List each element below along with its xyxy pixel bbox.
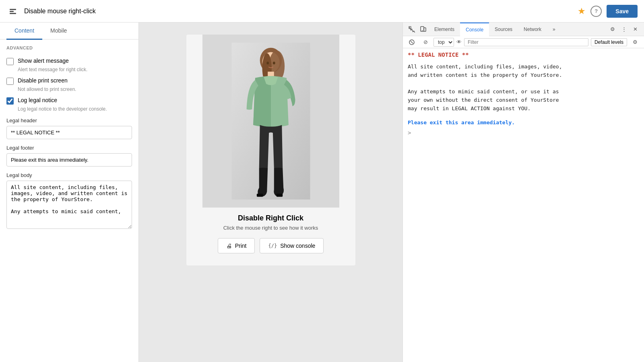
body-line2: and written content is the property of Y… — [408, 72, 562, 78]
tab-elements[interactable]: Elements — [429, 23, 460, 36]
svg-rect-1 — [10, 11, 14, 12]
preview-card: Disable Right Click Click the mouse righ… — [186, 35, 355, 265]
page-title: Disable mouse right-click — [24, 8, 573, 15]
legal-header-input[interactable] — [6, 126, 132, 139]
section-label: ADVANCED — [0, 40, 138, 53]
device-icon[interactable] — [417, 24, 429, 35]
left-panel: Content Mobile ADVANCED Show alert messa… — [0, 23, 139, 362]
svg-point-16 — [422, 30, 423, 31]
body-line4: Any attempts to mimic said content, or u… — [408, 88, 559, 95]
body-line5: your own without the direct consent of Y… — [408, 97, 559, 103]
levels-button[interactable]: Default levels — [591, 38, 627, 46]
preview-image — [202, 35, 339, 208]
preview-subtitle: Click the mouse right to see how it work… — [223, 225, 318, 231]
disable-print-label[interactable]: Disable print screen — [18, 77, 68, 84]
fashion-figure-svg — [231, 43, 311, 200]
tab-more[interactable]: » — [547, 23, 561, 36]
legal-footer-input[interactable] — [6, 153, 132, 167]
disable-print-help: Not allowed to print screen. — [6, 86, 132, 92]
console-footer: Please exit this area immediately. — [408, 119, 639, 125]
log-legal-row: Log legal notice — [6, 97, 132, 105]
legal-footer-label: Legal footer — [6, 145, 132, 151]
devtools-tab-bar: Elements Console Sources Network » ⚙ ⋮ ✕ — [403, 23, 644, 36]
body-line6: may result in LEGAL ACTION against YOU. — [408, 105, 530, 111]
log-legal-checkbox[interactable] — [6, 97, 14, 105]
back-button[interactable] — [6, 5, 19, 18]
legal-body-textarea[interactable]: All site content, including files, image… — [6, 181, 132, 229]
content-tabs: Content Mobile — [0, 23, 138, 40]
devtools-settings-icon[interactable]: ⚙ — [607, 24, 618, 35]
console-legal-header: ** LEGAL NOTICE ** — [408, 51, 639, 58]
log-legal-label[interactable]: Log legal notice — [18, 97, 57, 103]
svg-rect-10 — [276, 193, 283, 197]
devtools-panel: Elements Console Sources Network » ⚙ ⋮ ✕… — [402, 23, 644, 362]
log-legal-help: Log legal notice to the developer consol… — [6, 106, 132, 112]
filter-input[interactable] — [464, 38, 588, 46]
show-console-button[interactable]: {/} Show console — [260, 238, 324, 253]
show-alert-checkbox[interactable] — [6, 58, 14, 65]
tab-console[interactable]: Console — [460, 23, 489, 36]
console-icon: {/} — [268, 243, 277, 249]
clear-console-icon[interactable] — [406, 37, 417, 48]
console-prompt: > — [408, 130, 639, 136]
console-body-text: All site content, including files, image… — [408, 63, 639, 113]
devtools-toolbar: ⊘ top 👁 Default levels ⚙ — [403, 36, 644, 48]
print-label: Print — [235, 243, 247, 249]
svg-rect-15 — [424, 28, 426, 31]
svg-rect-9 — [256, 193, 263, 197]
center-preview: Disable Right Click Click the mouse righ… — [139, 23, 402, 362]
tab-mobile[interactable]: Mobile — [42, 23, 75, 40]
show-alert-row: Show alert message — [6, 58, 132, 65]
tab-network[interactable]: Network — [518, 23, 547, 36]
tab-sources[interactable]: Sources — [489, 23, 518, 36]
svg-point-12 — [272, 62, 275, 64]
star-button[interactable]: ★ — [578, 6, 586, 16]
preview-buttons: 🖨 Print {/} Show console — [218, 238, 324, 253]
svg-rect-0 — [10, 9, 16, 10]
show-alert-label[interactable]: Show alert message — [18, 58, 69, 64]
legal-body-label: Legal body — [6, 172, 132, 178]
help-button[interactable]: ? — [590, 6, 602, 17]
disable-print-row: Disable print screen — [6, 77, 132, 85]
devtools-close-icon[interactable]: ✕ — [630, 24, 641, 35]
print-icon: 🖨 — [226, 243, 232, 249]
console-label: Show console — [280, 243, 315, 249]
eye-icon[interactable]: 👁 — [456, 39, 462, 45]
print-button[interactable]: 🖨 Print — [218, 238, 255, 253]
preview-title: Disable Right Click — [238, 214, 303, 222]
svg-line-18 — [411, 41, 413, 43]
svg-point-11 — [266, 62, 269, 64]
save-button[interactable]: Save — [607, 5, 638, 18]
main-layout: Content Mobile ADVANCED Show alert messa… — [0, 23, 644, 362]
block-icon[interactable]: ⊘ — [420, 37, 431, 48]
devtools-gear-icon[interactable]: ⚙ — [630, 37, 641, 48]
inspect-icon[interactable] — [406, 24, 417, 35]
legal-header-label: Legal header — [6, 117, 132, 123]
context-select[interactable]: top — [433, 38, 454, 47]
tab-content[interactable]: Content — [6, 23, 42, 40]
svg-rect-2 — [10, 13, 16, 14]
disable-print-checkbox[interactable] — [6, 78, 14, 85]
devtools-dots-icon[interactable]: ⋮ — [618, 24, 630, 35]
settings-content: Show alert message Alert text message fo… — [0, 53, 138, 237]
console-output: ** LEGAL NOTICE ** All site content, inc… — [403, 48, 644, 362]
top-bar: Disable mouse right-click ★ ? Save — [0, 0, 644, 23]
body-line1: All site content, including files, image… — [408, 64, 562, 70]
show-alert-help: Alert text message for right click. — [6, 67, 132, 72]
